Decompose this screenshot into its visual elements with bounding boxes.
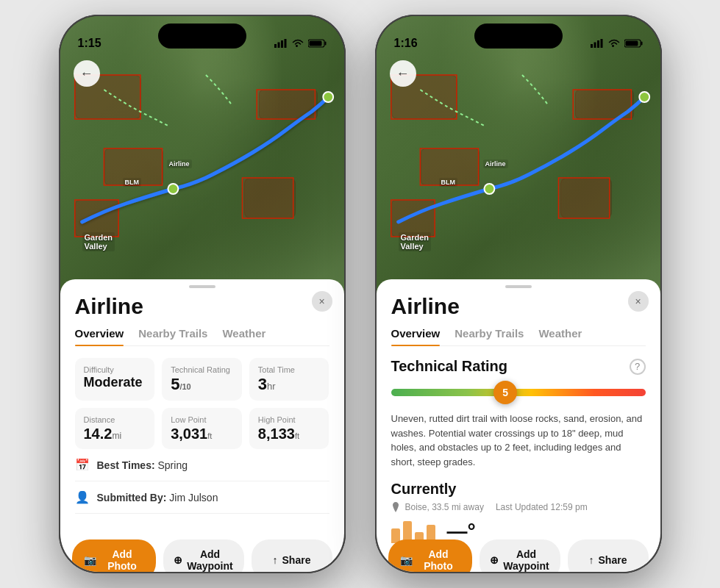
low-point-label: Low Point	[171, 415, 233, 424]
svg-rect-9	[591, 44, 593, 48]
tab-overview-1[interactable]: Overview	[75, 327, 124, 345]
close-button-1[interactable]: ×	[312, 291, 332, 312]
map-2: GardenValley Airline BLM ←	[377, 16, 660, 295]
trail-title-1: Airline	[75, 294, 329, 318]
rating-slider: 5	[391, 382, 646, 403]
low-point-card: Low Point 3,031ft	[162, 408, 242, 449]
tech-rating-title: Technical Rating	[391, 358, 508, 375]
time-label: Total Time	[258, 365, 321, 374]
distance-card: Distance 14.2mi	[75, 408, 155, 449]
drag-handle-2[interactable]	[505, 285, 532, 288]
high-point-label: High Point	[258, 415, 321, 424]
high-point-card: High Point 8,133ft	[249, 408, 329, 449]
technical-value: 5/10	[171, 376, 233, 393]
person-icon: 👤	[75, 490, 90, 504]
technical-label: Technical Rating	[171, 365, 233, 374]
battery-icon-2	[624, 39, 643, 50]
distance-label: Distance	[84, 415, 146, 424]
location-info: Boise, 33.5 mi away	[391, 502, 484, 512]
distance-value: 14.2mi	[84, 426, 146, 442]
tab-nearby-1[interactable]: Nearby Trails	[138, 327, 207, 345]
svg-rect-5	[324, 42, 326, 46]
blm-label-2: BLM	[439, 178, 458, 187]
status-icons-1	[274, 39, 327, 50]
add-waypoint-button-1[interactable]: ⊕ Add Waypoint	[163, 539, 244, 572]
garden-valley-label-1: GardenValley	[82, 232, 115, 251]
back-button-1[interactable]: ←	[74, 60, 100, 87]
rating-thumb: 5	[493, 381, 517, 404]
add-waypoint-button-2[interactable]: ⊕ Add Waypoint	[480, 539, 560, 572]
dynamic-island-2	[474, 24, 563, 49]
svg-rect-1	[277, 43, 279, 49]
svg-rect-14	[641, 42, 642, 46]
wifi-icon	[292, 39, 304, 50]
garden-valley-label-2: GardenValley	[399, 232, 432, 251]
svg-rect-11	[597, 40, 599, 48]
low-point-value: 3,031ft	[171, 426, 233, 442]
tabs-1: Overview Nearby Trails Weather	[75, 327, 329, 346]
back-button-2[interactable]: ←	[390, 60, 416, 87]
submitted-row: 👤 Submitted By: Jim Julson	[75, 481, 329, 514]
svg-rect-2	[281, 40, 283, 48]
signal-icon	[274, 39, 288, 50]
signal-icon-2	[591, 39, 604, 50]
wifi-icon-2	[608, 39, 620, 50]
svg-point-7	[168, 184, 178, 194]
tab-nearby-2[interactable]: Nearby Trails	[455, 327, 524, 345]
rating-description: Uneven, rutted dirt trail with loose roc…	[391, 412, 646, 469]
tabs-2: Overview Nearby Trails Weather	[391, 327, 646, 346]
add-photo-button-1[interactable]: 📷 Add Photo	[72, 539, 156, 572]
phones-container: 1:15	[59, 15, 662, 573]
svg-point-8	[323, 92, 333, 102]
technical-card: Technical Rating 5/10	[162, 358, 242, 401]
share-button-2[interactable]: ↑ Share	[568, 539, 649, 572]
time-card: Total Time 3hr	[249, 358, 329, 401]
help-icon[interactable]: ?	[630, 359, 646, 375]
bottom-actions-2: 📷 Add Photo ⊕ Add Waypoint ↑ Share	[377, 539, 660, 572]
difficulty-value: Moderate	[84, 376, 146, 390]
tab-overview-2[interactable]: Overview	[391, 327, 441, 345]
waypoint-icon-2: ⊕	[490, 554, 499, 566]
drag-handle-1[interactable]	[189, 285, 215, 288]
stats-row2-1: Distance 14.2mi Low Point 3,031ft	[75, 408, 329, 449]
blm-label-1: BLM	[123, 178, 142, 187]
airline-label-1: Airline	[167, 159, 192, 168]
time-value: 3hr	[258, 376, 321, 393]
add-photo-button-2[interactable]: 📷 Add Photo	[388, 539, 472, 572]
svg-point-16	[484, 184, 494, 194]
map-1: GardenValley Airline BLM ←	[60, 16, 344, 295]
share-icon-2: ↑	[589, 554, 594, 566]
svg-rect-10	[594, 43, 596, 49]
status-icons-2	[591, 39, 643, 50]
svg-rect-0	[274, 44, 277, 48]
svg-point-17	[639, 92, 649, 102]
trail-title-2: Airline	[391, 294, 646, 318]
difficulty-card: Difficulty Moderate	[75, 358, 155, 401]
camera-icon-2: 📷	[400, 554, 413, 566]
share-button-1[interactable]: ↑ Share	[252, 539, 332, 572]
phone-2: 1:16	[375, 15, 662, 573]
bottom-sheet-2: × Airline Overview Nearby Trails Weather…	[377, 279, 660, 572]
svg-rect-15	[625, 41, 638, 46]
best-times-row: 📅 Best Times: Spring	[75, 449, 329, 481]
tab-weather-2[interactable]: Weather	[538, 327, 582, 345]
phone-1: 1:15	[59, 15, 346, 573]
bottom-sheet-1: × Airline Overview Nearby Trails Weather…	[60, 279, 344, 572]
currently-meta: Boise, 33.5 mi away Last Updated 12:59 p…	[391, 502, 646, 512]
time-2: 1:16	[394, 37, 418, 50]
difficulty-label: Difficulty	[84, 365, 146, 374]
currently-section: Currently Boise, 33.5 mi away Last Updat…	[391, 481, 646, 543]
currently-title: Currently	[391, 481, 646, 498]
tab-weather-1[interactable]: Weather	[222, 327, 265, 345]
rating-track	[391, 389, 646, 396]
camera-icon-1: 📷	[84, 554, 96, 566]
high-point-value: 8,133ft	[258, 426, 321, 442]
dynamic-island	[158, 24, 246, 49]
close-button-2[interactable]: ×	[628, 291, 649, 312]
svg-rect-6	[309, 41, 321, 46]
stats-grid-1: Difficulty Moderate Technical Rating 5/1…	[75, 358, 329, 401]
share-icon-1: ↑	[273, 554, 278, 566]
svg-rect-3	[284, 39, 286, 48]
tech-rating-header: Technical Rating ?	[391, 358, 646, 375]
last-updated-info: Last Updated 12:59 pm	[496, 502, 588, 512]
